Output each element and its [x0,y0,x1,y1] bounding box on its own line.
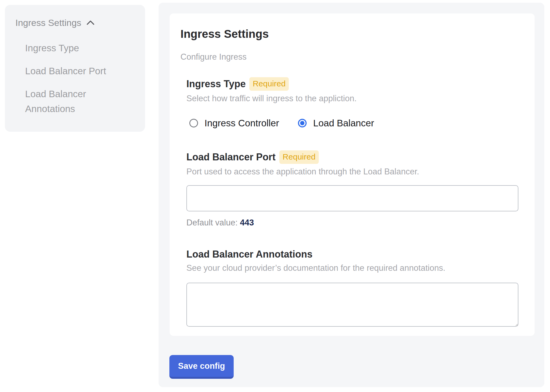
field-ingress-type: Ingress Type Required Select how traffic… [186,77,524,129]
ingress-type-label: Ingress Type [186,78,246,90]
required-badge: Required [279,150,319,164]
load-balancer-annotations-textarea[interactable] [186,283,518,327]
sidebar-items: Ingress Type Load Balancer Port Load Bal… [15,40,134,116]
radio-label: Ingress Controller [204,117,279,129]
ingress-settings-card: Ingress Settings Configure Ingress Ingre… [170,13,535,336]
settings-sidebar: Ingress Settings Ingress Type Load Balan… [5,5,145,132]
sidebar-item-load-balancer-port[interactable]: Load Balancer Port [25,63,117,78]
radio-option-ingress-controller[interactable]: Ingress Controller [189,117,279,129]
sidebar-group-ingress-settings[interactable]: Ingress Settings [15,17,134,28]
load-balancer-port-description: Port used to access the application thro… [186,167,524,177]
radio-option-load-balancer[interactable]: Load Balancer [298,117,374,129]
chevron-up-icon [86,20,95,26]
radio-label: Load Balancer [313,117,374,129]
load-balancer-port-input[interactable] [186,185,518,211]
default-value: 443 [240,218,254,227]
field-load-balancer-annotations: Load Balancer Annotations See your cloud… [186,248,524,327]
load-balancer-annotations-label: Load Balancer Annotations [186,248,313,260]
default-value-row: Default value: 443 [186,218,524,228]
default-value-label: Default value: [186,218,238,227]
field-load-balancer-port: Load Balancer Port Required Port used to… [186,150,524,228]
load-balancer-annotations-description: See your cloud provider’s documentation … [186,263,524,273]
ingress-type-description: Select how traffic will ingress to the a… [186,93,524,104]
radio-ingress-controller[interactable] [189,119,198,127]
sidebar-item-ingress-type[interactable]: Ingress Type [25,40,117,55]
load-balancer-port-label: Load Balancer Port [186,151,276,163]
card-subtitle: Configure Ingress [180,52,524,62]
required-badge: Required [249,77,289,91]
ingress-type-radio-group: Ingress Controller Load Balancer [186,117,524,129]
save-config-button[interactable]: Save config [169,355,234,379]
sidebar-item-load-balancer-annotations[interactable]: Load Balancer Annotations [25,86,117,116]
radio-load-balancer[interactable] [298,119,307,127]
card-title: Ingress Settings [180,28,524,40]
sidebar-group-label: Ingress Settings [15,17,81,28]
